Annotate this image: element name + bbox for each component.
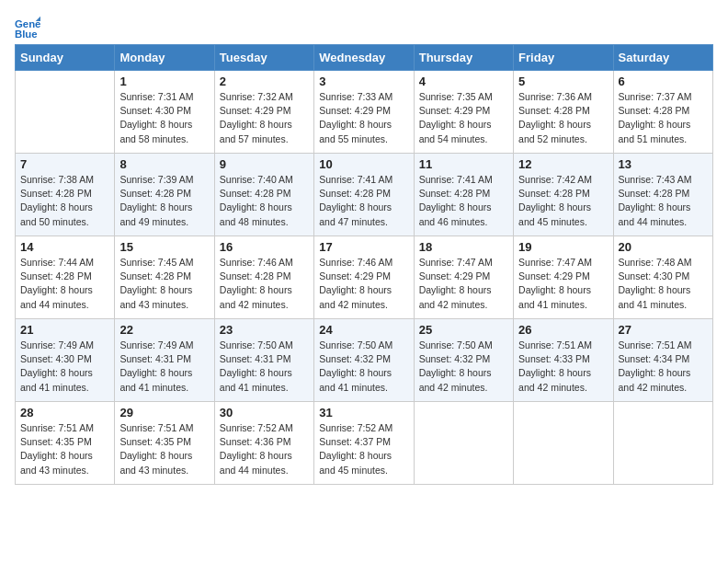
day-number: 17	[319, 240, 408, 254]
day-number: 23	[220, 323, 309, 337]
week-row-1: 1Sunrise: 7:31 AMSunset: 4:30 PMDaylight…	[16, 71, 713, 154]
day-info: Sunrise: 7:51 AMSunset: 4:35 PMDaylight:…	[119, 421, 209, 477]
day-number: 14	[20, 240, 109, 254]
day-number: 21	[20, 323, 109, 337]
day-info: Sunrise: 7:33 AMSunset: 4:29 PMDaylight:…	[319, 90, 408, 146]
calendar-cell	[414, 402, 513, 485]
calendar-cell: 1Sunrise: 7:31 AMSunset: 4:30 PMDaylight…	[115, 71, 214, 154]
day-number: 9	[220, 157, 309, 171]
calendar-cell: 16Sunrise: 7:46 AMSunset: 4:28 PMDayligh…	[214, 236, 313, 319]
header-day-friday: Friday	[514, 45, 613, 71]
calendar-cell: 13Sunrise: 7:43 AMSunset: 4:28 PMDayligh…	[613, 154, 712, 236]
calendar-cell: 8Sunrise: 7:39 AMSunset: 4:28 PMDaylight…	[115, 154, 214, 236]
day-info: Sunrise: 7:52 AMSunset: 4:36 PMDaylight:…	[220, 421, 309, 477]
day-info: Sunrise: 7:36 AMSunset: 4:28 PMDaylight:…	[518, 90, 608, 146]
day-info: Sunrise: 7:31 AMSunset: 4:30 PMDaylight:…	[119, 90, 209, 146]
day-info: Sunrise: 7:35 AMSunset: 4:29 PMDaylight:…	[419, 90, 508, 146]
calendar-cell: 9Sunrise: 7:40 AMSunset: 4:28 PMDaylight…	[214, 154, 313, 236]
day-info: Sunrise: 7:42 AMSunset: 4:28 PMDaylight:…	[518, 173, 608, 229]
day-info: Sunrise: 7:47 AMSunset: 4:29 PMDaylight:…	[518, 256, 608, 312]
day-number: 18	[419, 240, 508, 254]
calendar-cell: 22Sunrise: 7:49 AMSunset: 4:31 PMDayligh…	[115, 319, 214, 402]
day-info: Sunrise: 7:39 AMSunset: 4:28 PMDaylight:…	[119, 173, 209, 229]
day-number: 20	[619, 240, 708, 254]
day-number: 31	[319, 406, 408, 419]
calendar-cell: 31Sunrise: 7:52 AMSunset: 4:37 PMDayligh…	[314, 402, 414, 485]
day-info: Sunrise: 7:41 AMSunset: 4:28 PMDaylight:…	[419, 173, 508, 229]
calendar-cell	[514, 402, 613, 485]
day-info: Sunrise: 7:51 AMSunset: 4:34 PMDaylight:…	[619, 339, 708, 395]
week-row-2: 7Sunrise: 7:38 AMSunset: 4:28 PMDaylight…	[16, 154, 713, 236]
day-number: 29	[119, 406, 209, 419]
header-day-monday: Monday	[115, 45, 214, 71]
day-info: Sunrise: 7:49 AMSunset: 4:30 PMDaylight:…	[20, 339, 109, 395]
day-number: 24	[319, 323, 408, 337]
day-info: Sunrise: 7:43 AMSunset: 4:28 PMDaylight:…	[619, 173, 708, 229]
calendar-cell: 20Sunrise: 7:48 AMSunset: 4:30 PMDayligh…	[613, 236, 712, 319]
day-info: Sunrise: 7:38 AMSunset: 4:28 PMDaylight:…	[20, 173, 109, 229]
day-number: 15	[119, 240, 209, 254]
calendar-cell: 7Sunrise: 7:38 AMSunset: 4:28 PMDaylight…	[16, 154, 115, 236]
day-number: 25	[419, 323, 508, 337]
calendar-cell: 29Sunrise: 7:51 AMSunset: 4:35 PMDayligh…	[115, 402, 214, 485]
week-row-4: 21Sunrise: 7:49 AMSunset: 4:30 PMDayligh…	[16, 319, 713, 402]
calendar-header-row: SundayMondayTuesdayWednesdayThursdayFrid…	[16, 45, 713, 71]
week-row-5: 28Sunrise: 7:51 AMSunset: 4:35 PMDayligh…	[16, 402, 713, 485]
day-number: 8	[119, 157, 209, 171]
day-number: 1	[119, 75, 209, 88]
calendar-cell: 17Sunrise: 7:46 AMSunset: 4:29 PMDayligh…	[314, 236, 414, 319]
calendar-cell: 24Sunrise: 7:50 AMSunset: 4:32 PMDayligh…	[314, 319, 414, 402]
header-day-tuesday: Tuesday	[214, 45, 313, 71]
day-number: 19	[518, 240, 608, 254]
calendar-cell: 28Sunrise: 7:51 AMSunset: 4:35 PMDayligh…	[16, 402, 115, 485]
day-info: Sunrise: 7:51 AMSunset: 4:33 PMDaylight:…	[518, 339, 608, 395]
calendar-cell: 3Sunrise: 7:33 AMSunset: 4:29 PMDaylight…	[314, 71, 414, 154]
day-number: 4	[419, 75, 508, 88]
calendar-cell: 4Sunrise: 7:35 AMSunset: 4:29 PMDaylight…	[414, 71, 513, 154]
header-day-saturday: Saturday	[613, 45, 712, 71]
day-number: 30	[220, 406, 309, 419]
day-number: 3	[319, 75, 408, 88]
calendar-cell: 27Sunrise: 7:51 AMSunset: 4:34 PMDayligh…	[613, 319, 712, 402]
week-row-3: 14Sunrise: 7:44 AMSunset: 4:28 PMDayligh…	[16, 236, 713, 319]
day-info: Sunrise: 7:50 AMSunset: 4:31 PMDaylight:…	[220, 339, 309, 395]
day-number: 2	[220, 75, 309, 88]
day-number: 13	[619, 157, 708, 171]
day-info: Sunrise: 7:45 AMSunset: 4:28 PMDaylight:…	[119, 256, 209, 312]
logo: General Blue	[15, 15, 44, 40]
day-number: 11	[419, 157, 508, 171]
calendar-cell: 11Sunrise: 7:41 AMSunset: 4:28 PMDayligh…	[414, 154, 513, 236]
calendar-cell: 18Sunrise: 7:47 AMSunset: 4:29 PMDayligh…	[414, 236, 513, 319]
day-info: Sunrise: 7:48 AMSunset: 4:30 PMDaylight:…	[619, 256, 708, 312]
calendar-cell: 23Sunrise: 7:50 AMSunset: 4:31 PMDayligh…	[214, 319, 313, 402]
calendar-cell: 25Sunrise: 7:50 AMSunset: 4:32 PMDayligh…	[414, 319, 513, 402]
calendar-cell: 14Sunrise: 7:44 AMSunset: 4:28 PMDayligh…	[16, 236, 115, 319]
day-number: 7	[20, 157, 109, 171]
day-number: 27	[619, 323, 708, 337]
day-info: Sunrise: 7:37 AMSunset: 4:28 PMDaylight:…	[619, 90, 708, 146]
calendar-cell	[16, 71, 115, 154]
calendar-cell: 5Sunrise: 7:36 AMSunset: 4:28 PMDaylight…	[514, 71, 613, 154]
day-number: 5	[518, 75, 608, 88]
day-info: Sunrise: 7:41 AMSunset: 4:28 PMDaylight:…	[319, 173, 408, 229]
day-info: Sunrise: 7:46 AMSunset: 4:29 PMDaylight:…	[319, 256, 408, 312]
day-info: Sunrise: 7:52 AMSunset: 4:37 PMDaylight:…	[319, 421, 408, 477]
day-info: Sunrise: 7:49 AMSunset: 4:31 PMDaylight:…	[119, 339, 209, 395]
day-info: Sunrise: 7:51 AMSunset: 4:35 PMDaylight:…	[20, 421, 109, 477]
day-info: Sunrise: 7:40 AMSunset: 4:28 PMDaylight:…	[220, 173, 309, 229]
svg-text:General: General	[15, 18, 40, 29]
calendar-cell: 12Sunrise: 7:42 AMSunset: 4:28 PMDayligh…	[514, 154, 613, 236]
day-info: Sunrise: 7:44 AMSunset: 4:28 PMDaylight:…	[20, 256, 109, 312]
day-number: 6	[619, 75, 708, 88]
header-day-thursday: Thursday	[414, 45, 513, 71]
day-number: 28	[20, 406, 109, 419]
day-info: Sunrise: 7:50 AMSunset: 4:32 PMDaylight:…	[319, 339, 408, 395]
logo-icon: General Blue	[15, 15, 40, 40]
day-number: 16	[220, 240, 309, 254]
calendar-cell: 2Sunrise: 7:32 AMSunset: 4:29 PMDaylight…	[214, 71, 313, 154]
calendar-cell: 21Sunrise: 7:49 AMSunset: 4:30 PMDayligh…	[16, 319, 115, 402]
svg-text:Blue: Blue	[15, 29, 38, 40]
day-info: Sunrise: 7:47 AMSunset: 4:29 PMDaylight:…	[419, 256, 508, 312]
calendar-cell: 6Sunrise: 7:37 AMSunset: 4:28 PMDaylight…	[613, 71, 712, 154]
calendar-cell: 19Sunrise: 7:47 AMSunset: 4:29 PMDayligh…	[514, 236, 613, 319]
